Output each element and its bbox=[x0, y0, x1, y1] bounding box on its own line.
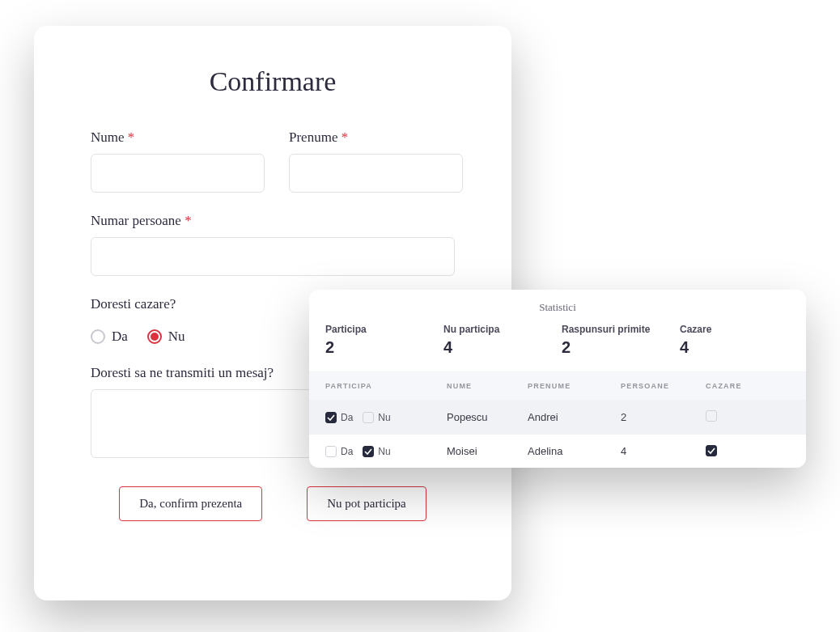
radio-da-label: Da bbox=[112, 329, 128, 345]
numar-label: Numar persoane * bbox=[91, 213, 455, 229]
required-asterisk: * bbox=[185, 213, 192, 228]
th-nume: NUME bbox=[447, 382, 528, 390]
nume-label-text: Nume bbox=[91, 129, 125, 145]
cell-nume: Popescu bbox=[447, 411, 528, 423]
checkbox-off-icon bbox=[325, 446, 337, 457]
checkbox-on-icon bbox=[363, 446, 374, 457]
stats-grid: Participa 2 Nu participa 4 Raspunsuri pr… bbox=[325, 324, 790, 357]
decline-button[interactable]: Nu pot participa bbox=[307, 486, 426, 521]
numar-label-text: Numar persoane bbox=[91, 213, 181, 228]
stat-value: 2 bbox=[325, 338, 435, 357]
name-row: Nume * Prenume * bbox=[91, 129, 455, 193]
cell-participa: Da Nu bbox=[325, 446, 447, 457]
cell-prenume: Andrei bbox=[528, 411, 621, 423]
cell-nume: Moisei bbox=[447, 445, 528, 457]
stats-title: Statistici bbox=[325, 301, 790, 314]
statistics-card: Statistici Participa 2 Nu participa 4 Ra… bbox=[309, 290, 806, 468]
confirm-button[interactable]: Da, confirm prezenta bbox=[119, 486, 262, 521]
prenume-label-text: Prenume bbox=[289, 129, 337, 145]
chk-da-label: Da bbox=[341, 412, 353, 423]
th-participa: PARTICIPA bbox=[325, 382, 447, 390]
chk-nu-group[interactable]: Nu bbox=[363, 446, 390, 457]
stat-label: Nu participa bbox=[443, 324, 554, 335]
th-prenume: PRENUME bbox=[528, 382, 621, 390]
stat-raspunsuri: Raspunsuri primite 2 bbox=[562, 324, 672, 357]
stat-participa: Participa 2 bbox=[325, 324, 435, 357]
radio-nu-circle bbox=[147, 329, 162, 344]
stat-value: 4 bbox=[680, 338, 790, 357]
nume-field: Nume * bbox=[91, 129, 265, 193]
radio-da-circle bbox=[91, 329, 105, 344]
cell-cazare[interactable] bbox=[706, 445, 790, 457]
cell-prenume: Adelina bbox=[528, 445, 621, 457]
stat-nu-participa: Nu participa 4 bbox=[443, 324, 554, 357]
cell-persoane: 4 bbox=[621, 445, 706, 457]
radio-dot-icon bbox=[151, 333, 159, 341]
cell-cazare[interactable] bbox=[706, 410, 790, 424]
stats-header: Statistici Participa 2 Nu participa 4 Ra… bbox=[309, 290, 806, 372]
chk-da-label: Da bbox=[341, 446, 353, 457]
radio-nu-option[interactable]: Nu bbox=[147, 329, 185, 345]
th-persoane: PERSOANE bbox=[621, 382, 706, 390]
th-cazare: CAZARE bbox=[706, 382, 790, 390]
cell-participa: Da Nu bbox=[325, 412, 447, 423]
numar-field: Numar persoane * bbox=[91, 213, 455, 276]
chk-da-group[interactable]: Da bbox=[325, 412, 353, 423]
table-header: PARTICIPA NUME PRENUME PERSOANE CAZARE bbox=[309, 372, 806, 400]
required-asterisk: * bbox=[128, 129, 135, 145]
stat-value: 4 bbox=[443, 338, 554, 357]
nume-input[interactable] bbox=[91, 154, 265, 193]
checkbox-off-icon bbox=[706, 410, 717, 422]
prenume-field: Prenume * bbox=[289, 129, 463, 193]
cell-persoane: 2 bbox=[621, 411, 706, 423]
form-title: Confirmare bbox=[91, 66, 455, 97]
checkbox-on-icon bbox=[706, 445, 717, 456]
checkbox-on-icon bbox=[325, 412, 337, 423]
prenume-input[interactable] bbox=[289, 154, 463, 193]
checkbox-off-icon bbox=[363, 412, 374, 423]
chk-da-group[interactable]: Da bbox=[325, 446, 353, 457]
stat-value: 2 bbox=[562, 338, 672, 357]
radio-nu-label: Nu bbox=[168, 329, 185, 345]
stat-label: Participa bbox=[325, 324, 435, 335]
numar-input[interactable] bbox=[91, 237, 455, 276]
prenume-label: Prenume * bbox=[289, 129, 463, 146]
stat-cazare: Cazare 4 bbox=[680, 324, 790, 357]
chk-nu-label: Nu bbox=[378, 412, 390, 423]
radio-da-option[interactable]: Da bbox=[91, 329, 128, 345]
table-row: Da Nu Popescu Andrei 2 bbox=[309, 400, 806, 435]
stat-label: Cazare bbox=[680, 324, 790, 335]
chk-nu-label: Nu bbox=[378, 446, 390, 457]
nume-label: Nume * bbox=[91, 129, 265, 146]
chk-nu-group[interactable]: Nu bbox=[363, 412, 390, 423]
table-row: Da Nu Moisei Adelina 4 bbox=[309, 435, 806, 468]
stat-label: Raspunsuri primite bbox=[562, 324, 672, 335]
required-asterisk: * bbox=[342, 129, 349, 145]
button-row: Da, confirm prezenta Nu pot participa bbox=[91, 486, 455, 521]
